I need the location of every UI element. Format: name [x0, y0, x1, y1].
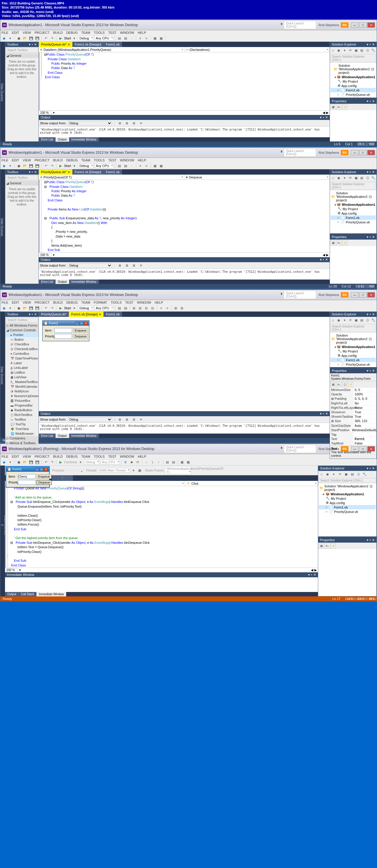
tab-form1-design[interactable]: Form1.vb [Design] — [72, 169, 104, 175]
priority-input[interactable] — [18, 480, 36, 485]
menu-view[interactable]: VIEW — [23, 31, 31, 34]
pin-icon[interactable]: ▪ — [323, 116, 324, 119]
minimize-button[interactable]: — — [351, 150, 358, 155]
quick-launch-input[interactable]: Quick Launch (Ctrl+Q) — [284, 149, 316, 157]
start-icon[interactable]: ▶ — [58, 36, 63, 41]
tab-priorityqueue[interactable]: PriorityQueue.vb*✕ — [39, 42, 72, 47]
max-icon[interactable]: □ — [39, 468, 44, 471]
minimize-button[interactable]: — — [351, 22, 358, 28]
menu-help[interactable]: HELP — [138, 31, 146, 34]
output-text[interactable]: 'WindowsApplication1.vshost.exe' (CLR v4… — [39, 127, 330, 137]
priority-input[interactable] — [54, 334, 72, 339]
new-icon[interactable]: ▣ — [16, 36, 22, 41]
props-object[interactable]: Form1 System.Windows.Forms.Form — [330, 373, 376, 381]
form-designer[interactable]: 📋 Form1_□✕ Item:Enqueue Priority:Dequeue — [39, 317, 330, 411]
undo-icon[interactable]: ↶ — [43, 36, 49, 41]
item-input[interactable] — [18, 474, 36, 479]
zoom-input[interactable] — [40, 111, 52, 115]
tb-icon[interactable]: ▤ — [359, 48, 365, 53]
enqueue-button[interactable]: Enqueue — [37, 474, 52, 479]
step-out-icon[interactable]: ↑ — [156, 459, 162, 465]
dequeue-button[interactable]: Dequeue — [73, 334, 88, 339]
refresh-icon[interactable]: ⟳ — [348, 48, 353, 53]
tb-icon[interactable]: ▾ — [342, 48, 347, 53]
user-name[interactable]: Rod Stephens — [318, 23, 339, 27]
restart-icon[interactable]: ⟳ — [135, 459, 141, 465]
open-icon[interactable]: 📂 — [22, 36, 28, 41]
menu-team[interactable]: TEAM — [81, 31, 90, 34]
btab-errorlist[interactable]: Error List — [39, 137, 56, 142]
immediate-window[interactable] — [5, 577, 318, 592]
solex-search-input[interactable]: Search Solution Explorer (Ctrl+;) — [330, 54, 376, 62]
tb-icon[interactable]: ≡ — [144, 36, 149, 41]
menu-window[interactable]: WINDOW — [120, 31, 134, 34]
properties-grid[interactable]: MinimumSize0, 0Opacity100%⊞ Padding0, 0,… — [330, 388, 376, 445]
menu-debug[interactable]: DEBUG — [66, 31, 78, 34]
min-icon[interactable]: _ — [35, 468, 39, 471]
home-icon[interactable]: ⌂ — [330, 48, 336, 53]
pin-icon[interactable]: ▪ — [370, 99, 371, 103]
tab-form1[interactable]: Form1.vb — [104, 42, 122, 47]
tb-icon[interactable]: ▤ — [117, 36, 122, 41]
toolbox-category[interactable]: ◢ General — [5, 53, 38, 58]
tb-icon[interactable]: · — [129, 36, 135, 41]
user-name[interactable]: Rod Stephens — [318, 151, 339, 154]
redo-icon[interactable]: ↷ — [50, 36, 55, 41]
solution-tree[interactable]: 📁 Solution 'WindowsApplication1' (1 proj… — [330, 63, 376, 98]
platform-dropdown[interactable]: Any CPU — [94, 36, 114, 40]
tb-icon[interactable]: ▦ — [158, 36, 164, 41]
item-input[interactable] — [54, 328, 72, 333]
tb-icon[interactable]: ⟨⟩ — [365, 48, 370, 53]
data-sources-tab[interactable]: Data Sources — [0, 169, 5, 284]
close-button[interactable]: ✕ — [367, 150, 375, 155]
tab-form1-design[interactable]: Form1.vb [Design] — [72, 42, 104, 47]
tb-icon[interactable]: ✕ — [138, 121, 144, 126]
btab-output[interactable]: Output — [56, 137, 69, 142]
tb-icon[interactable]: ≡ — [138, 36, 143, 41]
menu-test[interactable]: TEST — [108, 31, 116, 34]
close-icon[interactable]: ✕ — [84, 321, 88, 325]
output-source-dropdown[interactable]: Debug — [68, 121, 112, 125]
props-cat-icon[interactable]: ▤ — [330, 104, 336, 110]
dropdown-icon[interactable]: ▾ — [367, 42, 369, 46]
scroll-right-icon[interactable]: ▶ — [326, 111, 328, 115]
props-icon[interactable]: ⚡ — [342, 104, 348, 110]
config-dropdown[interactable]: Debug — [78, 36, 93, 40]
pause-icon[interactable]: ⏸ — [123, 459, 128, 465]
running-form[interactable]: 📋 Form1_□✕ Item:Enqueue Priority:Dequeue — [6, 466, 50, 488]
step-over-icon[interactable]: ⤵ — [150, 459, 155, 465]
code-editor[interactable]: Private Queue As New PriorityQueue(Of St… — [5, 486, 318, 567]
nav-fwd-icon[interactable]: ▾ — [8, 36, 13, 41]
menu-tools[interactable]: TOOLS — [94, 31, 105, 34]
tb-icon[interactable]: ≣ — [117, 121, 122, 126]
tb-icon[interactable]: ▦ — [152, 36, 157, 41]
dropdown-icon[interactable]: ▾ — [29, 42, 31, 46]
tab-priorityqueue[interactable]: PriorityQueue.vb*✕ — [39, 169, 72, 175]
dropdown-icon[interactable]: ▾ — [367, 99, 369, 103]
tb-icon[interactable]: 🔧 — [371, 48, 376, 53]
menu-file[interactable]: FILE — [1, 31, 8, 34]
close-icon[interactable]: ✕ — [372, 99, 375, 103]
code-editor[interactable]: ⊟Public Class PriorityQueue(Of T) Privat… — [39, 52, 330, 110]
close-icon[interactable]: ✕ — [44, 468, 48, 471]
menu-project[interactable]: PROJECT — [34, 31, 50, 34]
tb-icon[interactable]: ≣ — [124, 121, 129, 126]
scroll-left-icon[interactable]: ◀ — [323, 111, 325, 115]
maximize-button[interactable]: □ — [359, 150, 367, 155]
code-editor[interactable]: ⊟Public Class PriorityQueue(Of T) ⊟ Priv… — [39, 180, 330, 252]
toolbox-search-input[interactable]: Search Toolbox — [6, 48, 38, 53]
quick-launch-input[interactable]: Quick Launch (Ctrl+Q) — [284, 21, 316, 29]
close-icon[interactable]: ✕ — [325, 116, 328, 119]
close-icon[interactable]: ✕ — [372, 42, 375, 46]
tb-icon[interactable]: ≣ — [131, 121, 137, 126]
props-az-icon[interactable]: A↓ — [337, 104, 342, 110]
tab-close-icon[interactable]: ✕ — [68, 43, 70, 46]
dropdown-icon[interactable]: ▾ — [320, 116, 322, 119]
start-label[interactable]: Start — [64, 36, 71, 40]
maximize-button[interactable]: □ — [359, 22, 367, 28]
tab-form1[interactable]: Form1.vb — [104, 169, 122, 175]
close-icon[interactable]: ✕ — [34, 42, 37, 46]
step-into-icon[interactable]: ↓ — [144, 459, 149, 465]
saveall-icon[interactable]: 💾 — [35, 36, 40, 41]
save-icon[interactable]: 💾 — [29, 36, 34, 41]
